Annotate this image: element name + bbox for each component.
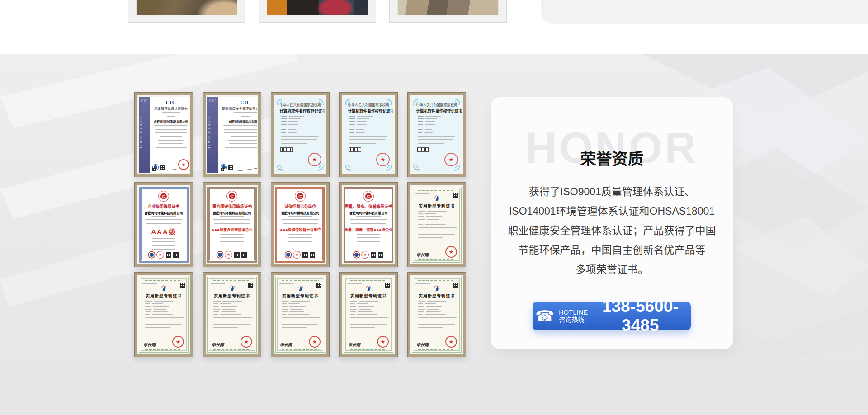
certificate-7[interactable]: 信重合同守信用等级证书合肥珂玛环保科技有限公司AAA级重合同守信用企业★ bbox=[203, 182, 261, 267]
certificate-9[interactable]: 信质量、服务、信誉等级证书合肥珂玛环保科技有限公司质量、服务、信誉AAA级企业★ bbox=[339, 182, 398, 267]
text-line-row bbox=[418, 219, 455, 220]
text-line-row bbox=[213, 309, 250, 310]
text-line-row bbox=[282, 301, 319, 302]
text-line bbox=[213, 301, 221, 302]
hotline-phone-number: 138-5600-3485 bbox=[593, 297, 688, 335]
red-star-seal: ★ bbox=[293, 251, 301, 259]
signer-signature: 申长雨 bbox=[280, 342, 292, 348]
text-line bbox=[281, 121, 287, 122]
certificate-footer: ★ bbox=[220, 159, 257, 171]
text-line-row bbox=[145, 309, 182, 310]
text-line-row bbox=[281, 121, 319, 122]
construction-photo-1[interactable] bbox=[136, 0, 237, 15]
text-line bbox=[357, 303, 368, 304]
text-line bbox=[213, 327, 238, 328]
text-line bbox=[418, 216, 424, 217]
construction-photo-2[interactable] bbox=[267, 0, 368, 15]
text-line bbox=[151, 216, 176, 217]
certificate-vertical-label: CERTIFICATE bbox=[207, 107, 218, 161]
text-line bbox=[162, 112, 180, 113]
honor-panel: HONOR 荣誉资质 获得了ISO9001质量管理体系认证、 ISO14001环… bbox=[491, 97, 733, 349]
text-line bbox=[159, 143, 183, 144]
cnipa-logo-icon bbox=[160, 285, 167, 292]
text-line-row bbox=[350, 314, 387, 315]
qr-code-icon bbox=[378, 252, 383, 258]
text-line bbox=[357, 121, 367, 122]
hotline-button[interactable]: ☎ HOTLINE 咨询热线: 138-5600-3485 bbox=[533, 302, 691, 330]
certificate-3[interactable]: 中华人民共和国国家版权局计算机软件著作权登记证书★No. bbox=[271, 92, 330, 177]
text-line bbox=[281, 139, 317, 140]
text-line bbox=[288, 129, 296, 130]
text-line bbox=[350, 324, 387, 325]
certificate-10[interactable]: 实用新型专利证书申长雨★ bbox=[407, 182, 466, 267]
certificate-4[interactable]: 中华人民共和国国家版权局计算机软件著作权登记证书★No. bbox=[339, 92, 398, 177]
certificate-13[interactable]: 实用新型专利证书申长雨★ bbox=[271, 272, 330, 357]
red-star-seal: ★ bbox=[361, 251, 369, 259]
certificate-footer: 申长雨★ bbox=[347, 336, 390, 349]
text-line bbox=[427, 309, 439, 310]
qr-code-icon bbox=[371, 252, 376, 258]
certificate-frame-mat: 信重合同守信用等级证书合肥珂玛环保科技有限公司AAA级重合同守信用企业★ bbox=[206, 185, 258, 264]
signer-signature: 申长雨 bbox=[348, 342, 360, 348]
text-line bbox=[288, 216, 313, 217]
certificate-frame-mat: CICCERTIFICATECIC职业健康安全管理体系认证证书合肥珂玛环保科技有… bbox=[206, 95, 258, 174]
certificate-6[interactable]: 信企业信用等级证书合肥珂玛环保科技有限公司AAA级★ bbox=[134, 182, 193, 267]
text-line bbox=[427, 219, 439, 220]
text-line bbox=[425, 314, 446, 315]
text-line bbox=[152, 249, 175, 250]
text-line bbox=[425, 116, 441, 117]
text-line bbox=[221, 311, 236, 312]
text-line bbox=[425, 118, 437, 119]
round-logo-icon bbox=[285, 252, 291, 258]
project-photo-card-3[interactable] bbox=[389, 0, 507, 23]
certificate-11[interactable]: 实用新型专利证书申长雨★ bbox=[134, 272, 193, 357]
certificate-2[interactable]: CICCERTIFICATECIC职业健康安全管理体系认证证书合肥珂玛环保科技有… bbox=[203, 92, 261, 177]
certificate-frame-mat: 实用新型专利证书申长雨★ bbox=[410, 185, 463, 264]
qr-code-icon bbox=[316, 283, 321, 288]
certificate-12[interactable]: 实用新型专利证书申长雨★ bbox=[203, 272, 261, 357]
text-line-row bbox=[145, 303, 182, 304]
text-line bbox=[351, 223, 387, 224]
text-line bbox=[357, 245, 380, 245]
text-line bbox=[282, 321, 319, 321]
text-line bbox=[418, 211, 425, 212]
text-line bbox=[282, 219, 319, 220]
qr-code-icon bbox=[166, 252, 171, 258]
certificate-footer: 申长雨★ bbox=[211, 336, 253, 349]
certificate-vertical-label: CERTIFICATE bbox=[139, 107, 150, 161]
credit-grade-text: AAA级 bbox=[151, 226, 176, 236]
certificate-15[interactable]: 实用新型专利证书申长雨★ bbox=[407, 272, 466, 357]
star-icon: ★ bbox=[449, 339, 453, 345]
national-emblem-seal: ★ bbox=[309, 336, 321, 348]
qr-code-icon-small bbox=[221, 168, 224, 171]
text-line-row bbox=[418, 301, 455, 302]
certificate-14[interactable]: 实用新型专利证书申长雨★ bbox=[339, 272, 398, 357]
construction-photo-3[interactable] bbox=[397, 0, 499, 15]
text-line bbox=[291, 301, 310, 302]
text-line-row bbox=[418, 311, 455, 312]
star-icon: ★ bbox=[295, 253, 298, 257]
text-line bbox=[289, 306, 306, 307]
certificate-footer: ★ bbox=[152, 159, 189, 171]
certificate-footer: ★ bbox=[217, 251, 247, 259]
text-line bbox=[213, 219, 251, 220]
text-line bbox=[152, 238, 175, 239]
certificate-1[interactable]: CICCERTIFICATECIC环境管理体系认证证书合肥珂玛环保科技有限公司★ bbox=[134, 92, 193, 177]
qr-code-icon bbox=[228, 165, 233, 170]
text-line bbox=[418, 237, 443, 238]
certificate-5[interactable]: 中华人民共和国国家版权局计算机软件著作权登记证书★No. bbox=[407, 92, 466, 177]
text-line bbox=[160, 136, 182, 137]
project-photo-card-1[interactable] bbox=[128, 0, 245, 23]
text-line bbox=[418, 311, 424, 312]
text-line bbox=[158, 140, 184, 141]
text-line-row bbox=[349, 118, 387, 119]
signature-line bbox=[235, 165, 257, 172]
text-line bbox=[282, 324, 318, 325]
text-line bbox=[220, 314, 241, 315]
certificate-8[interactable]: 信诚信经营示范单位合肥珂玛环保科技有限公司AAA级诚信经营示范单位★ bbox=[271, 182, 330, 267]
certificate-title: 职业健康安全管理体系认证证书 bbox=[222, 106, 257, 110]
seal-glyph: 信 bbox=[297, 193, 303, 199]
project-photo-card-2[interactable] bbox=[259, 0, 376, 23]
text-line bbox=[350, 303, 355, 304]
seal-glyph: 信 bbox=[365, 193, 372, 199]
